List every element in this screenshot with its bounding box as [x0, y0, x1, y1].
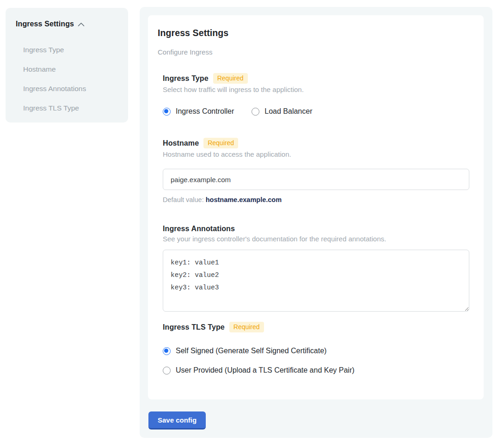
sidebar-section-toggle[interactable]: Ingress Settings — [16, 20, 119, 28]
sidebar-section-title: Ingress Settings — [16, 20, 74, 28]
save-config-button[interactable]: Save config — [148, 411, 206, 430]
ingress-annotations-label: Ingress Annotations — [163, 225, 235, 233]
sidebar-item-ingress-tls-type[interactable]: Ingress TLS Type — [23, 98, 119, 118]
chevron-up-icon — [78, 22, 85, 27]
hostname-description: Hostname used to access the application. — [163, 150, 469, 158]
radio-label: User Provided (Upload a TLS Certificate … — [176, 366, 355, 374]
field-ingress-type: Ingress Type Required Select how traffic… — [163, 73, 469, 116]
sidebar-item-ingress-annotations[interactable]: Ingress Annotations — [23, 79, 119, 98]
radio-button-icon[interactable] — [163, 347, 171, 355]
required-badge: Required — [213, 73, 248, 84]
ingress-tls-radio-group: Self Signed (Generate Self Signed Certif… — [163, 347, 469, 374]
required-badge: Required — [203, 138, 238, 148]
ingress-type-label: Ingress Type — [163, 74, 209, 83]
required-badge: Required — [229, 322, 264, 332]
ingress-settings-card: Ingress Settings Configure Ingress Ingre… — [148, 15, 484, 399]
field-hostname: Hostname Required Hostname used to acces… — [163, 138, 469, 203]
ingress-type-description: Select how traffic will ingress to the a… — [163, 86, 469, 93]
hostname-input[interactable] — [163, 169, 469, 190]
page-subtitle: Configure Ingress — [158, 48, 469, 56]
ingress-tls-type-label: Ingress TLS Type — [163, 323, 225, 331]
radio-ingress-controller[interactable]: Ingress Controller — [163, 107, 234, 116]
default-value-label: Default value: — [163, 196, 204, 203]
sidebar-item-ingress-type[interactable]: Ingress Type — [23, 40, 119, 60]
field-ingress-annotations: Ingress Annotations See your ingress con… — [163, 225, 469, 312]
default-value-text: hostname.example.com — [206, 196, 282, 203]
settings-nav-sidebar: Ingress Settings Ingress Type Hostname I… — [6, 8, 128, 123]
radio-self-signed[interactable]: Self Signed (Generate Self Signed Certif… — [163, 347, 469, 355]
ingress-annotations-textarea[interactable]: key1: value1 key2: value2 key3: value3 — [163, 250, 469, 312]
radio-button-icon[interactable] — [163, 108, 171, 116]
radio-label: Self Signed (Generate Self Signed Certif… — [176, 347, 326, 355]
radio-load-balancer[interactable]: Load Balancer — [252, 107, 312, 116]
ingress-type-radio-group: Ingress Controller Load Balancer — [163, 107, 469, 116]
radio-user-provided[interactable]: User Provided (Upload a TLS Certificate … — [163, 366, 469, 374]
sidebar-item-hostname[interactable]: Hostname — [23, 60, 119, 79]
radio-button-icon[interactable] — [163, 367, 171, 374]
radio-label: Ingress Controller — [176, 107, 234, 116]
hostname-label: Hostname — [163, 139, 199, 147]
sidebar-item-list: Ingress Type Hostname Ingress Annotation… — [16, 40, 119, 118]
radio-button-icon[interactable] — [252, 108, 259, 116]
hostname-default-line: Default value:hostname.example.com — [163, 196, 469, 203]
page-title: Ingress Settings — [158, 28, 469, 38]
ingress-annotations-description: See your ingress controller's documentat… — [163, 235, 469, 243]
radio-label: Load Balancer — [264, 107, 312, 116]
field-ingress-tls-type: Ingress TLS Type Required Self Signed (G… — [163, 322, 469, 374]
ingress-settings-panel: Ingress Settings Configure Ingress Ingre… — [140, 7, 492, 438]
